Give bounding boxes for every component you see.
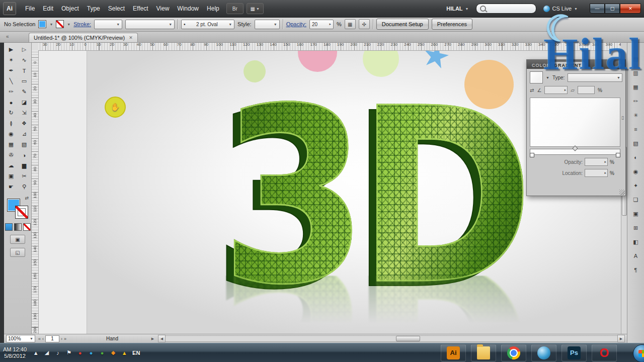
action-center-icon[interactable]: ⚑ xyxy=(65,349,73,357)
line-segment-tool[interactable]: ╲ xyxy=(5,76,18,86)
appearance-panel-icon[interactable]: ◉ xyxy=(631,167,641,176)
document-tab[interactable]: Untitled-1* @ 100% (CMYK/Preview) ✕ xyxy=(29,33,138,42)
rotate-tool[interactable]: ↻ xyxy=(5,108,18,118)
column-graph-tool[interactable]: ▆ xyxy=(18,160,31,171)
blend-tool[interactable]: ◑ xyxy=(18,150,31,160)
maximize-button[interactable]: ▢ xyxy=(605,4,620,14)
opera-taskbar-button[interactable]: O xyxy=(592,344,617,361)
menu-item[interactable]: Select xyxy=(104,3,129,14)
chevron-right-icon[interactable]: ▶ xyxy=(151,337,154,341)
folder-taskbar-button[interactable] xyxy=(471,344,496,361)
direct-selection-tool[interactable]: ▷ xyxy=(18,44,31,55)
zoom-tool[interactable]: ⚲ xyxy=(18,182,31,192)
gradient-button[interactable] xyxy=(14,223,22,231)
slice-tool[interactable]: ✂ xyxy=(18,171,31,182)
swap-fill-stroke-icon[interactable]: ⇄ xyxy=(25,196,29,201)
target-options-icon[interactable]: ✣ xyxy=(359,19,370,29)
gradient-swatch[interactable] xyxy=(530,71,543,83)
bridge-icon[interactable]: Br xyxy=(226,3,244,14)
pathfinder-panel-icon[interactable]: ◧ xyxy=(631,237,641,246)
gradient-stop-left[interactable] xyxy=(530,153,534,157)
stroke-label[interactable]: Stroke: xyxy=(73,21,91,27)
tab-gradient[interactable]: GRADIENT xyxy=(550,62,585,69)
gradient-type-select[interactable]: ▼ xyxy=(568,73,622,82)
show-hidden-icons-button[interactable]: ▲ xyxy=(32,349,40,357)
tab-color[interactable]: COLOR xyxy=(528,62,550,69)
ruler-origin-corner[interactable] xyxy=(31,42,39,51)
character-panel-icon[interactable]: A xyxy=(631,251,641,260)
close-button[interactable]: ✕ xyxy=(620,4,641,14)
stop-opacity-input[interactable]: ▸ xyxy=(585,158,608,166)
taskbar-clock[interactable]: AM 12:40 5/8/2012 xyxy=(3,346,27,359)
status-display[interactable]: Hand ▶ xyxy=(69,335,155,342)
eyedropper-tool[interactable]: ✇ xyxy=(5,150,18,160)
style-select[interactable]: ▼ xyxy=(255,20,280,29)
lasso-tool[interactable]: ∿ xyxy=(18,55,31,65)
stroke-color-swatch[interactable] xyxy=(15,206,28,219)
last-artboard-button[interactable]: » xyxy=(64,336,66,341)
swatches-panel-icon[interactable]: ▦ xyxy=(631,82,641,92)
symbols-panel-icon[interactable]: ✳ xyxy=(631,111,641,120)
horizontal-scroll-track[interactable] xyxy=(166,335,617,342)
cs-live-button[interactable]: CS Live ▼ xyxy=(543,6,578,12)
color-panel-icon[interactable]: ▤ xyxy=(631,54,641,63)
opacity-label[interactable]: Opacity: xyxy=(286,21,306,27)
gradient-stop-right[interactable] xyxy=(616,153,620,157)
panel-resize-grip[interactable] xyxy=(619,190,625,195)
updater-icon[interactable]: ● xyxy=(98,349,106,357)
stroke-weight-select[interactable]: ▼ xyxy=(94,20,122,29)
vertical-ruler[interactable]: 0102030405060708090100110120130140150160… xyxy=(31,50,39,334)
scale-tool[interactable]: ⇲ xyxy=(18,108,31,118)
eraser-tool[interactable]: ◪ xyxy=(18,97,31,108)
collapse-panel-icon[interactable]: « xyxy=(6,34,9,39)
aspect-ratio-input[interactable] xyxy=(578,86,595,94)
stop-location-input[interactable]: ▸ xyxy=(585,169,608,177)
angle-input[interactable]: ▸ xyxy=(544,86,568,94)
horizontal-ruler[interactable]: 3020100102030405060708090100110120130140… xyxy=(38,42,621,51)
workspace-switcher[interactable]: HILAL ▼ xyxy=(446,6,468,12)
arrange-documents-icon[interactable]: ▦ ▼ xyxy=(247,3,264,14)
pen-tool[interactable]: ✒ xyxy=(5,65,18,76)
first-artboard-button[interactable]: « xyxy=(38,336,41,341)
horizontal-scrollbar-thumb[interactable] xyxy=(396,336,420,341)
magic-wand-tool[interactable]: ✶ xyxy=(5,55,18,65)
security-icon[interactable]: ▲ xyxy=(120,349,128,357)
menu-item[interactable]: Edit xyxy=(39,3,57,14)
horizontal-scrollbar[interactable]: ◀ ▶ xyxy=(158,335,625,342)
scroll-right-icon[interactable]: ▶ xyxy=(617,335,625,342)
symbol-sprayer-tool[interactable]: ☁ xyxy=(5,160,18,171)
messenger-taskbar-button[interactable] xyxy=(531,344,556,361)
type-tool[interactable]: T xyxy=(18,65,31,76)
layers-panel-icon[interactable]: ❏ xyxy=(631,195,641,204)
brush-definition-select[interactable]: • 2 pt. Oval ▼ xyxy=(181,20,234,29)
minimize-button[interactable]: — xyxy=(590,4,605,14)
search-input[interactable] xyxy=(476,4,536,14)
artboard-number-input[interactable]: 1 xyxy=(45,335,59,342)
pencil-tool[interactable]: ✎ xyxy=(18,86,31,97)
gradient-options-icon[interactable]: ▯ xyxy=(621,115,624,120)
menu-item[interactable]: Effect xyxy=(129,3,152,14)
menu-item[interactable]: View xyxy=(152,3,174,14)
reverse-gradient-icon[interactable]: ⇄ xyxy=(530,87,534,93)
gradient-slider[interactable] xyxy=(530,149,620,155)
start-button[interactable] xyxy=(633,344,644,362)
volume-icon[interactable]: ♪ xyxy=(54,349,62,357)
download-manager-icon[interactable]: ◆ xyxy=(109,349,117,357)
align-panel-icon[interactable]: ⊞ xyxy=(631,223,641,232)
graphic-styles-panel-icon[interactable]: ✦ xyxy=(631,181,641,190)
perspective-grid-tool[interactable]: ⊿ xyxy=(18,129,31,139)
screen-mode-button[interactable]: ◱ xyxy=(10,248,25,257)
zoom-level-select[interactable]: 100% ▼ xyxy=(6,335,35,342)
previous-artboard-button[interactable]: ‹ xyxy=(42,336,44,341)
none-button[interactable] xyxy=(23,223,31,231)
free-transform-tool[interactable]: ❖ xyxy=(18,118,31,129)
color-button[interactable] xyxy=(5,223,13,231)
fill-swatch[interactable] xyxy=(38,20,46,28)
antivirus-icon[interactable]: ● xyxy=(76,349,84,357)
next-artboard-button[interactable]: › xyxy=(61,336,62,341)
close-tab-icon[interactable]: ✕ xyxy=(129,35,133,40)
gradient-preview[interactable] xyxy=(530,98,620,147)
transparency-panel-icon[interactable]: ◐ xyxy=(631,153,641,162)
chrome-taskbar-button[interactable] xyxy=(501,344,526,361)
width-tool[interactable]: ≬ xyxy=(5,118,18,129)
